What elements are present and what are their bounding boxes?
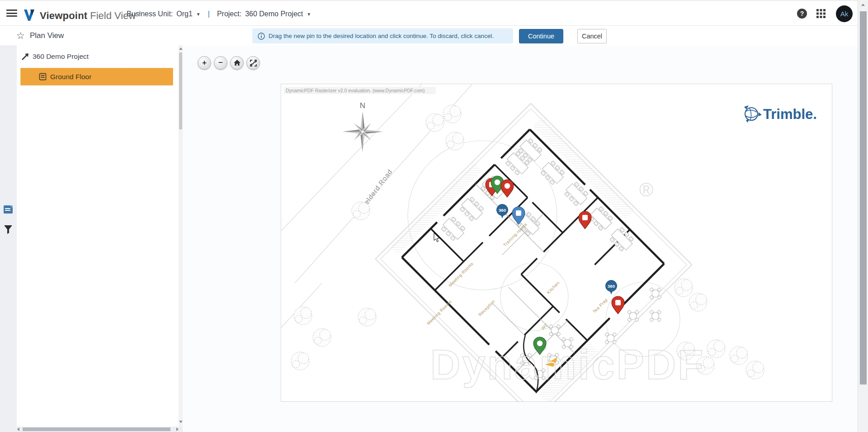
pin-layer: 360360: [486, 176, 624, 367]
left-rail: [0, 45, 17, 427]
project-icon: [21, 53, 29, 61]
project-caret-icon[interactable]: ▼: [307, 12, 311, 17]
page-scroll-up-arrow[interactable]: [861, 4, 865, 6]
home-icon: [234, 60, 241, 66]
svg-text:360: 360: [499, 208, 506, 213]
project-label: Project:: [217, 10, 241, 18]
context-selectors: Business Unit: Org1 ▼ | Project: 360 Dem…: [127, 1, 311, 27]
room-label: Tea Prep: [592, 297, 609, 314]
trimble-wordmark: Trimble.: [763, 106, 817, 122]
registered-symbol: ®: [639, 179, 653, 200]
panel-toggle-icon[interactable]: [3, 204, 14, 214]
page-title: Plan View: [30, 31, 64, 40]
room-label: Reception: [477, 299, 496, 317]
map-pin-badge-360[interactable]: 360: [497, 204, 508, 219]
compass-rose: N: [342, 101, 383, 152]
floor-plan-canvas[interactable]: Gelderd Road ®: [281, 84, 832, 402]
user-avatar[interactable]: Ak: [836, 5, 853, 22]
content-area: 360 Demo Project Ground Floor + −: [0, 45, 868, 432]
info-icon: [258, 33, 265, 40]
page-scroll-thumb[interactable]: [860, 11, 867, 385]
filter-icon[interactable]: [4, 225, 12, 234]
tree-item-plan-label: Ground Floor: [50, 73, 91, 81]
favorite-star-icon[interactable]: ☆: [16, 30, 25, 41]
map-pin-badge-360[interactable]: 360: [606, 280, 617, 295]
eval-watermark: DynamicPDF Rasterizer v2.0 evaluation. (…: [286, 88, 425, 93]
cancel-button[interactable]: Cancel: [577, 29, 607, 43]
tree-item-plan-selected[interactable]: Ground Floor: [20, 68, 173, 85]
fullscreen-button[interactable]: [246, 56, 260, 70]
room-label: Meeting Rooms: [426, 299, 453, 326]
project-value[interactable]: 360 Demo Project: [245, 10, 303, 18]
app-header: Viewpoint Field View ™ Business Unit: Or…: [0, 0, 858, 26]
sidebar-hscroll-thumb[interactable]: [23, 427, 170, 431]
map-pin-red-circle[interactable]: [501, 180, 514, 197]
room-label: WC: [540, 322, 549, 331]
room-label: Kitchen: [546, 280, 561, 295]
hamburger-menu-icon[interactable]: [6, 9, 17, 18]
room-label: Training rooms: [502, 222, 528, 247]
sidebar-scroll-thumb[interactable]: [179, 52, 182, 129]
zoom-out-button[interactable]: −: [214, 56, 227, 70]
business-unit-label: Business Unit:: [127, 10, 173, 18]
svg-text:?: ?: [800, 10, 804, 17]
floor-plan-drawing: Gelderd Road ®: [281, 84, 833, 402]
tree-item-project-label: 360 Demo Project: [33, 52, 89, 61]
plan-tree-sidebar: 360 Demo Project Ground Floor: [17, 45, 179, 427]
scroll-right-arrow[interactable]: [176, 427, 179, 431]
zoom-in-button[interactable]: +: [198, 56, 211, 70]
scroll-left-arrow[interactable]: [17, 427, 19, 431]
scroll-down-arrow[interactable]: [179, 421, 183, 423]
big-watermark: DynamicPDF: [430, 342, 705, 388]
map-pin-red-square[interactable]: [579, 211, 591, 229]
page-toolbar: ☆ Plan View Drag the new pin to the desi…: [0, 27, 858, 45]
app-logo: Viewpoint Field View ™: [24, 6, 141, 22]
divider: |: [208, 10, 210, 18]
floor-plan-icon: [39, 73, 47, 81]
app-grid-icon[interactable]: [816, 8, 826, 19]
continue-button[interactable]: Continue: [519, 29, 563, 43]
fullscreen-icon: [250, 60, 257, 66]
trimble-logo: Trimble.: [744, 105, 817, 123]
brand-primary: Viewpoint: [40, 10, 87, 22]
help-icon[interactable]: ?: [797, 8, 807, 19]
page-vertical-scrollbar[interactable]: [858, 0, 868, 432]
scroll-up-arrow[interactable]: [179, 47, 183, 50]
sidebar-horizontal-scrollbar[interactable]: [0, 427, 183, 432]
map-pin-red-square[interactable]: [612, 296, 624, 314]
tree-item-project[interactable]: 360 Demo Project: [21, 52, 89, 61]
banner-text: Drag the new pin to the desired location…: [269, 33, 494, 39]
home-button[interactable]: [230, 56, 244, 70]
info-banner: Drag the new pin to the desired location…: [252, 28, 513, 43]
business-unit-caret-icon[interactable]: ▼: [196, 12, 201, 17]
zoom-controls: + −: [198, 56, 260, 70]
viewpoint-v-icon: [24, 9, 36, 22]
sidebar-vertical-scrollbar[interactable]: [179, 45, 183, 427]
business-unit-value[interactable]: Org1: [176, 10, 193, 18]
compass-north-label: N: [360, 101, 365, 110]
svg-text:360: 360: [608, 284, 615, 289]
